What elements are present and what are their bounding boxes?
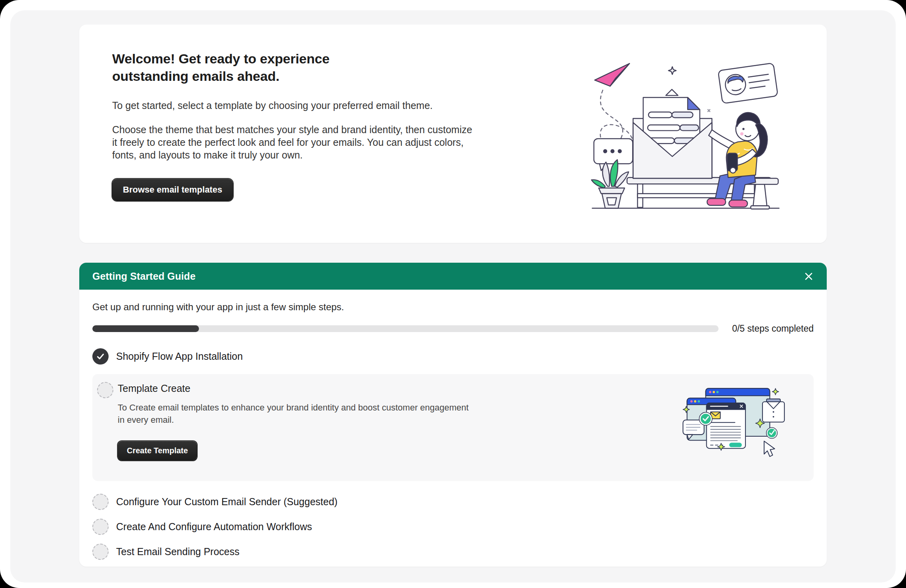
welcome-heading-line1: Welcome! Get ready to experience xyxy=(112,50,493,67)
step-description: To Create email templates to enhance you… xyxy=(118,401,476,426)
step-panel-template-create[interactable]: Template Create To Create email template… xyxy=(92,374,814,481)
step-label: Configure Your Custom Email Sender (Sugg… xyxy=(116,496,338,508)
guide-body: Get up and running with your app in just… xyxy=(79,302,827,560)
check-icon xyxy=(96,353,105,360)
template-illustration xyxy=(680,384,796,472)
welcome-paragraph-1: To get started, select a template by cho… xyxy=(112,99,493,112)
step-pending-circle xyxy=(92,544,109,560)
shirt-icon xyxy=(763,399,784,422)
step-label: Create And Configure Automation Workflow… xyxy=(116,521,312,533)
check-circle-icon xyxy=(766,428,778,439)
step-pending-circle xyxy=(92,494,109,510)
email-template-modal-icon xyxy=(707,403,745,449)
progress-fill xyxy=(92,325,199,332)
welcome-heading-line2: outstanding emails ahead. xyxy=(112,67,493,85)
close-icon xyxy=(804,272,813,281)
create-template-button[interactable]: Create Template xyxy=(118,441,197,460)
progress-row: 0/5 steps completed xyxy=(92,323,814,334)
hero-illustration xyxy=(587,58,785,220)
progress-label: 0/5 steps completed xyxy=(732,323,814,334)
welcome-text-block: Welcome! Get ready to experience outstan… xyxy=(112,50,493,201)
check-circle-icon xyxy=(699,412,712,426)
guide-subtitle: Get up and running with your app in just… xyxy=(92,302,814,313)
welcome-card: Welcome! Get ready to experience outstan… xyxy=(79,25,827,243)
paper-plane-icon xyxy=(595,63,630,86)
seated-woman-illustration xyxy=(707,113,778,209)
guide-header: Getting Started Guide xyxy=(79,263,827,290)
getting-started-card: Getting Started Guide Get up and running… xyxy=(79,263,827,567)
id-card-icon xyxy=(718,63,778,103)
app-window: Welcome! Get ready to experience outstan… xyxy=(0,0,906,588)
step-pending-circle xyxy=(92,519,109,535)
step-item-shopify-flow[interactable]: Shopify Flow App Installation xyxy=(92,348,814,365)
step-item-test-email[interactable]: Test Email Sending Process xyxy=(92,544,814,560)
welcome-heading: Welcome! Get ready to experience outstan… xyxy=(112,50,493,85)
progress-bar xyxy=(92,325,719,332)
guide-title: Getting Started Guide xyxy=(92,271,195,282)
step-pending-circle xyxy=(97,382,113,398)
panel-content: Template Create To Create email template… xyxy=(118,383,573,460)
step-label: Shopify Flow App Installation xyxy=(116,351,243,362)
close-button[interactable] xyxy=(801,268,816,284)
plant-icon xyxy=(591,160,629,208)
step-label: Test Email Sending Process xyxy=(116,546,239,557)
step-label: Template Create xyxy=(118,383,573,394)
step-check-circle xyxy=(92,348,109,365)
envelope-letter-icon xyxy=(633,90,712,178)
step-item-automation-workflows[interactable]: Create And Configure Automation Workflow… xyxy=(92,519,814,535)
step-item-configure-sender[interactable]: Configure Your Custom Email Sender (Sugg… xyxy=(92,494,814,510)
browse-email-templates-button[interactable]: Browse email templates xyxy=(112,179,233,201)
welcome-paragraph-2: Choose the theme that best matches your … xyxy=(112,123,475,161)
cursor-icon xyxy=(764,441,775,456)
